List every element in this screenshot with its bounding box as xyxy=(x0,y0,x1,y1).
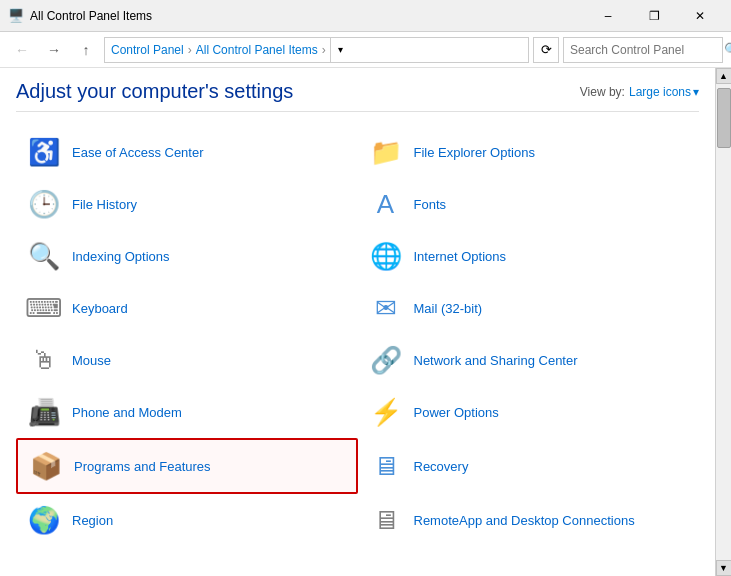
network-sharing-icon: 🔗 xyxy=(368,342,404,378)
control-item-file-explorer-options[interactable]: 📁File Explorer Options xyxy=(358,126,700,178)
view-by: View by: Large icons ▾ xyxy=(580,85,699,99)
window-icon: 🖥️ xyxy=(8,8,24,24)
minimize-button[interactable]: – xyxy=(585,0,631,32)
items-grid: ♿Ease of Access Center📁File Explorer Opt… xyxy=(16,126,699,550)
nav-bar: ← → ↑ Control Panel › All Control Panel … xyxy=(0,32,731,68)
up-button[interactable]: ↑ xyxy=(72,36,100,64)
control-item-mouse[interactable]: 🖱Mouse xyxy=(16,334,358,386)
title-bar-left: 🖥️ All Control Panel Items xyxy=(8,8,152,24)
view-by-dropdown[interactable]: Large icons ▾ xyxy=(629,85,699,99)
forward-button[interactable]: → xyxy=(40,36,68,64)
fonts-icon: A xyxy=(368,186,404,222)
control-item-remoteapp[interactable]: 🖥RemoteApp and Desktop Connections xyxy=(358,494,700,546)
fonts-label: Fonts xyxy=(414,197,447,212)
control-item-phone-modem[interactable]: 📠Phone and Modem xyxy=(16,386,358,438)
control-item-indexing-options[interactable]: 🔍Indexing Options xyxy=(16,230,358,282)
address-dropdown-button[interactable]: ▾ xyxy=(330,37,350,63)
region-label: Region xyxy=(72,513,113,528)
view-by-chevron: ▾ xyxy=(693,85,699,99)
breadcrumb-separator-2: › xyxy=(322,43,326,57)
close-button[interactable]: ✕ xyxy=(677,0,723,32)
network-sharing-label: Network and Sharing Center xyxy=(414,353,578,368)
region-icon: 🌍 xyxy=(26,502,62,538)
breadcrumb-all-items[interactable]: All Control Panel Items xyxy=(196,43,318,57)
title-bar: 🖥️ All Control Panel Items – ❐ ✕ xyxy=(0,0,731,32)
file-explorer-options-label: File Explorer Options xyxy=(414,145,535,160)
remoteapp-label: RemoteApp and Desktop Connections xyxy=(414,513,635,528)
control-item-mail[interactable]: ✉Mail (32-bit) xyxy=(358,282,700,334)
indexing-options-label: Indexing Options xyxy=(72,249,170,264)
recovery-label: Recovery xyxy=(414,459,469,474)
programs-features-icon: 📦 xyxy=(28,448,64,484)
internet-options-label: Internet Options xyxy=(414,249,507,264)
control-item-power-options[interactable]: ⚡Power Options xyxy=(358,386,700,438)
mouse-label: Mouse xyxy=(72,353,111,368)
mail-icon: ✉ xyxy=(368,290,404,326)
title-bar-controls: – ❐ ✕ xyxy=(585,0,723,32)
control-item-keyboard[interactable]: ⌨Keyboard xyxy=(16,282,358,334)
search-input[interactable] xyxy=(570,43,720,57)
scroll-thumb[interactable] xyxy=(717,88,731,148)
remoteapp-icon: 🖥 xyxy=(368,502,404,538)
scroll-track[interactable] xyxy=(716,84,732,560)
control-item-file-history[interactable]: 🕒File History xyxy=(16,178,358,230)
control-item-sound[interactable]: 🔊Sound xyxy=(358,546,700,550)
breadcrumb-separator-1: › xyxy=(188,43,192,57)
refresh-button[interactable]: ⟳ xyxy=(533,37,559,63)
page-title: Adjust your computer's settings xyxy=(16,80,293,103)
indexing-options-icon: 🔍 xyxy=(26,238,62,274)
recovery-icon: 🖥 xyxy=(368,448,404,484)
control-item-fonts[interactable]: AFonts xyxy=(358,178,700,230)
scroll-up-button[interactable]: ▲ xyxy=(716,68,732,84)
keyboard-icon: ⌨ xyxy=(26,290,62,326)
file-explorer-options-icon: 📁 xyxy=(368,134,404,170)
view-by-label: View by: xyxy=(580,85,625,99)
mail-label: Mail (32-bit) xyxy=(414,301,483,316)
window-title: All Control Panel Items xyxy=(30,9,152,23)
restore-button[interactable]: ❐ xyxy=(631,0,677,32)
control-item-region[interactable]: 🌍Region xyxy=(16,494,358,546)
file-history-icon: 🕒 xyxy=(26,186,62,222)
search-box: 🔍 xyxy=(563,37,723,63)
content-area: Adjust your computer's settings View by:… xyxy=(0,68,715,576)
phone-modem-icon: 📠 xyxy=(26,394,62,430)
mouse-icon: 🖱 xyxy=(26,342,62,378)
back-button[interactable]: ← xyxy=(8,36,36,64)
control-item-recovery[interactable]: 🖥Recovery xyxy=(358,438,700,494)
programs-features-label: Programs and Features xyxy=(74,459,211,474)
scrollbar: ▲ ▼ xyxy=(715,68,731,576)
view-by-value: Large icons xyxy=(629,85,691,99)
address-bar: Control Panel › All Control Panel Items … xyxy=(104,37,529,63)
main-content: Adjust your computer's settings View by:… xyxy=(0,68,731,576)
internet-options-icon: 🌐 xyxy=(368,238,404,274)
control-item-network-sharing[interactable]: 🔗Network and Sharing Center xyxy=(358,334,700,386)
control-item-internet-options[interactable]: 🌐Internet Options xyxy=(358,230,700,282)
control-item-programs-features[interactable]: 📦Programs and Features xyxy=(16,438,358,494)
ease-of-access-icon: ♿ xyxy=(26,134,62,170)
phone-modem-label: Phone and Modem xyxy=(72,405,182,420)
search-icon: 🔍 xyxy=(724,42,731,57)
keyboard-label: Keyboard xyxy=(72,301,128,316)
breadcrumb-control-panel[interactable]: Control Panel xyxy=(111,43,184,57)
power-options-icon: ⚡ xyxy=(368,394,404,430)
ease-of-access-label: Ease of Access Center xyxy=(72,145,204,160)
page-header: Adjust your computer's settings View by:… xyxy=(16,80,699,112)
scroll-down-button[interactable]: ▼ xyxy=(716,560,732,576)
control-item-ease-of-access[interactable]: ♿Ease of Access Center xyxy=(16,126,358,178)
control-item-security-maintenance[interactable]: 🛡Security and Maintenance xyxy=(16,546,358,550)
power-options-label: Power Options xyxy=(414,405,499,420)
file-history-label: File History xyxy=(72,197,137,212)
